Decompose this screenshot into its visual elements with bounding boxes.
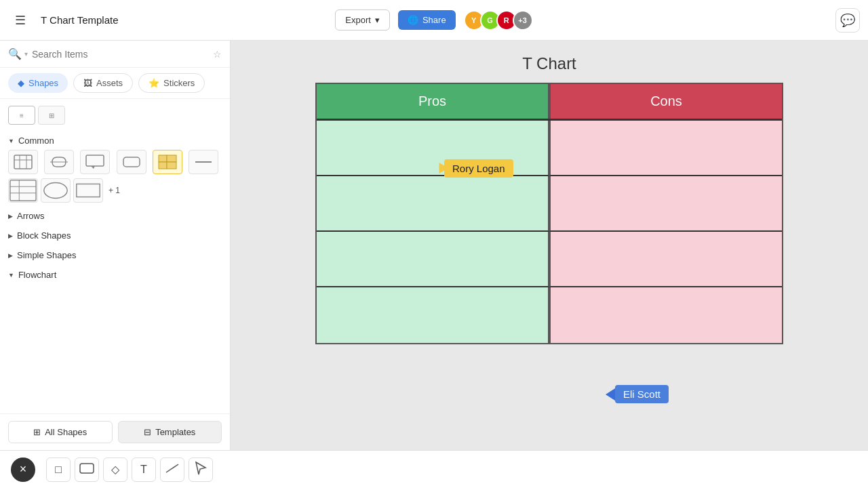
svg-rect-19 xyxy=(80,464,94,473)
globe-icon: 🌐 xyxy=(408,15,418,25)
rounded-rect-tool[interactable] xyxy=(75,458,99,482)
chart-row-2 xyxy=(317,176,782,232)
mini-tab-2[interactable]: ⊞ xyxy=(38,106,65,125)
chart-row-3 xyxy=(317,232,782,287)
svg-rect-7 xyxy=(123,157,140,167)
svg-rect-13 xyxy=(10,180,36,201)
common-shapes-row2: + 1 xyxy=(8,178,222,203)
section-simple-shapes[interactable]: ▶ Simple Shapes xyxy=(8,246,222,264)
diamond-tool[interactable]: ◇ xyxy=(103,458,127,482)
cursor-arrow-eli xyxy=(606,388,615,401)
section-block-shapes[interactable]: ▶ Block Shapes xyxy=(8,226,222,245)
templates-button[interactable]: ⊟ Templates xyxy=(118,421,222,443)
pointer-icon xyxy=(193,461,208,479)
shape-process[interactable] xyxy=(44,150,74,174)
svg-line-20 xyxy=(166,464,178,472)
shape-callout[interactable] xyxy=(80,150,110,174)
svg-rect-11 xyxy=(167,162,176,169)
close-icon: × xyxy=(20,462,27,476)
header: ☰ T Chart Template Export ▾ 🌐 Share Y G … xyxy=(0,0,868,41)
section-flowchart[interactable]: ▼ Flowchart xyxy=(8,266,222,284)
cons-header: Cons xyxy=(549,84,782,119)
avatar-overflow[interactable]: +3 xyxy=(513,10,533,30)
tab-stickers[interactable]: ⭐ Stickers xyxy=(138,73,205,93)
pros-cell-3[interactable] xyxy=(317,232,549,287)
templates-icon: ⊟ xyxy=(144,427,151,437)
line-tool[interactable] xyxy=(160,458,184,482)
search-bar: 🔍 ▾ ☆ xyxy=(0,41,230,68)
assets-icon: 🖼 xyxy=(83,78,92,88)
tab-assets[interactable]: 🖼 Assets xyxy=(73,73,133,93)
share-label: Share xyxy=(422,15,446,25)
cons-cell-4[interactable] xyxy=(549,287,782,343)
chevron-right-icon: ▶ xyxy=(8,213,13,220)
tchart-table: Pros Cons xyxy=(315,83,783,344)
shape-tabs: ◆ Shapes 🖼 Assets ⭐ Stickers xyxy=(0,68,230,99)
shape-ellipse[interactable] xyxy=(41,178,71,203)
shape-rectangle[interactable] xyxy=(73,178,103,203)
chat-button[interactable]: 💬 xyxy=(835,8,860,33)
left-panel: 🔍 ▾ ☆ ◆ Shapes 🖼 Assets ⭐ Stickers xyxy=(0,41,231,450)
rory-logan-label: Rory Logan xyxy=(444,159,513,178)
shape-table[interactable] xyxy=(8,150,38,174)
mini-tabs: ≡ ⊞ xyxy=(8,106,222,125)
line-icon xyxy=(165,463,180,476)
section-arrows[interactable]: ▶ Arrows xyxy=(8,207,222,225)
mini-tab-1[interactable]: ≡ xyxy=(8,106,35,125)
shapes-content: ≡ ⊞ ▼ Common xyxy=(0,99,230,413)
export-button[interactable]: Export ▾ xyxy=(335,9,390,30)
common-shapes-grid xyxy=(8,150,222,174)
grid-icon: ⊞ xyxy=(33,427,41,437)
rectangle-icon: □ xyxy=(55,464,62,476)
svg-rect-18 xyxy=(77,184,100,197)
text-icon: T xyxy=(140,464,147,476)
cons-cell-3[interactable] xyxy=(549,232,782,287)
shape-grid[interactable] xyxy=(153,150,182,174)
rounded-rect-icon xyxy=(79,463,94,476)
document-title: T Chart Template xyxy=(41,14,327,26)
search-input[interactable] xyxy=(32,49,209,60)
search-icon: 🔍 ▾ xyxy=(8,47,28,60)
chevron-down-icon: ▾ xyxy=(375,15,380,25)
text-tool[interactable]: T xyxy=(132,458,156,482)
pros-cell-2[interactable] xyxy=(317,176,549,232)
svg-rect-0 xyxy=(14,155,32,169)
section-common[interactable]: ▼ Common xyxy=(8,131,222,150)
svg-rect-5 xyxy=(86,155,104,166)
rectangle-tool[interactable]: □ xyxy=(46,458,71,482)
chevron-down-icon: ▼ xyxy=(8,138,14,144)
chart-headers: Pros Cons xyxy=(317,84,782,119)
menu-button[interactable]: ☰ xyxy=(8,8,33,33)
diamond-icon: ◆ xyxy=(18,78,24,88)
rory-logan-cursor: Rory Logan xyxy=(436,159,513,178)
close-button[interactable]: × xyxy=(11,458,35,482)
diamond-icon: ◇ xyxy=(111,463,119,476)
pointer-tool[interactable] xyxy=(189,458,213,482)
chevron-down-icon: ▼ xyxy=(8,272,14,279)
pros-cell-4[interactable] xyxy=(317,287,549,343)
svg-marker-21 xyxy=(196,462,205,474)
chevron-right-icon: ▶ xyxy=(8,252,13,259)
cons-cell-1[interactable] xyxy=(549,121,782,176)
svg-rect-9 xyxy=(167,155,176,162)
tab-shapes[interactable]: ◆ Shapes xyxy=(8,73,68,93)
svg-marker-6 xyxy=(91,166,95,169)
shape-line[interactable] xyxy=(189,150,218,174)
canvas[interactable]: T Chart Pros Cons xyxy=(231,41,868,450)
eli-scott-cursor: Eli Scott xyxy=(606,385,669,403)
shape-table2[interactable] xyxy=(8,178,38,203)
pros-cell-1[interactable] xyxy=(317,121,549,176)
chart-row-4 xyxy=(317,287,782,343)
shape-rounded-rect[interactable] xyxy=(117,150,146,174)
svg-point-17 xyxy=(44,183,67,199)
pin-icon[interactable]: ☆ xyxy=(213,49,222,60)
share-button[interactable]: 🌐 Share xyxy=(398,10,456,30)
main-layout: 🔍 ▾ ☆ ◆ Shapes 🖼 Assets ⭐ Stickers xyxy=(0,41,868,450)
collaborators-avatars: Y G R +3 xyxy=(464,10,533,30)
chevron-right-icon: ▶ xyxy=(8,232,13,239)
all-shapes-button[interactable]: ⊞ All Shapes xyxy=(8,421,113,443)
cons-cell-2[interactable] xyxy=(549,176,782,232)
tchart: T Chart Pros Cons xyxy=(315,54,783,344)
plus-more-label[interactable]: + 1 xyxy=(108,186,120,195)
menu-icon: ☰ xyxy=(15,13,26,28)
